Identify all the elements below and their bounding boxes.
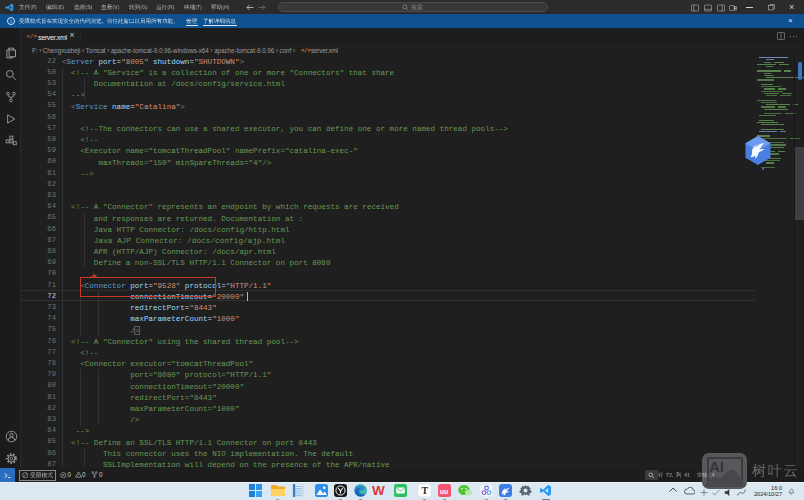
svg-text:connectionTimeout="20000": connectionTimeout="20000" bbox=[130, 382, 244, 390]
svg-text:"1000": "1000" bbox=[212, 315, 239, 323]
svg-text:Server: Server bbox=[66, 57, 93, 65]
svg-text:W: W bbox=[372, 484, 385, 497]
svg-text:<!-- A "Connector" using the s: <!-- A "Connector" using the shared thre… bbox=[71, 337, 299, 345]
svg-text:Define a non-SSL/TLS HTTP/1.1: Define a non-SSL/TLS HTTP/1.1 Connector … bbox=[93, 259, 330, 267]
svg-text:<Connector executor="tomcatThr: <Connector executor="tomcatThreadPool" bbox=[80, 360, 253, 368]
svg-text:"8005": "8005" bbox=[121, 57, 148, 65]
svg-text:<!-- A "Connector" represents: <!-- A "Connector" represents an endpoin… bbox=[71, 203, 399, 211]
svg-text:-->: --> bbox=[75, 427, 89, 435]
svg-text:<Executor name="tomcatThreadPo: <Executor name="tomcatThreadPool" namePr… bbox=[80, 147, 358, 155]
svg-text:port="8080" protocol="HTTP/1.1: port="8080" protocol="HTTP/1.1" bbox=[130, 371, 271, 379]
svg-text:<!--The connectors can use a s: <!--The connectors can use a shared exec… bbox=[80, 124, 508, 132]
svg-text:uu: uu bbox=[440, 488, 449, 495]
svg-text:shutdown: shutdown bbox=[153, 57, 189, 65]
svg-text:name: name bbox=[112, 102, 131, 110]
svg-text:/>: /> bbox=[130, 416, 140, 424]
svg-text:Documentation at /docs/config/: Documentation at /docs/config/service.ht… bbox=[93, 80, 285, 88]
svg-text:>: > bbox=[239, 57, 244, 65]
svg-text:<!-- A "Service" is a collecti: <!-- A "Service" is a collection of one … bbox=[71, 68, 394, 76]
svg-text:"HTTP/1.1": "HTTP/1.1" bbox=[225, 281, 270, 289]
svg-text:SSLImplementation will depend: SSLImplementation will depend on the pre… bbox=[102, 460, 389, 468]
svg-text:port: port bbox=[98, 57, 116, 65]
svg-text:maxParameterCount: maxParameterCount bbox=[130, 315, 207, 323]
svg-text:<!-- Define an SSL/TLS HTTP/1.: <!-- Define an SSL/TLS HTTP/1.1 Connecto… bbox=[71, 438, 317, 446]
svg-text:This connector uses the NIO im: This connector uses the NIO implementati… bbox=[102, 449, 352, 457]
svg-text:<!--: <!-- bbox=[80, 348, 98, 356]
svg-text:"SHUTDOWN": "SHUTDOWN" bbox=[193, 57, 239, 65]
svg-text:>: > bbox=[180, 102, 185, 110]
svg-text:maxParameterCount="1000": maxParameterCount="1000" bbox=[130, 404, 239, 412]
svg-text:Java HTTP Connector: /docs/con: Java HTTP Connector: /docs/config/http.h… bbox=[93, 225, 289, 233]
svg-text:"Catalina": "Catalina" bbox=[134, 102, 180, 110]
svg-text:redirectPort="8443": redirectPort="8443" bbox=[130, 393, 216, 401]
svg-text:<!--: <!-- bbox=[80, 136, 98, 144]
svg-text:-->: --> bbox=[80, 169, 94, 177]
svg-text:-->: --> bbox=[71, 91, 85, 99]
svg-text:Java AJP Connector: /docs/con: Java AJP Connector: /docs/config/ajp.htm… bbox=[93, 236, 285, 244]
svg-text:APR (HTTP/AJP) Connector: /doc: APR (HTTP/AJP) Connector: /docs/apr.html bbox=[93, 248, 275, 256]
svg-text:redirectPort: redirectPort bbox=[130, 304, 185, 312]
svg-text:"8443": "8443" bbox=[189, 304, 216, 312]
svg-text:T: T bbox=[422, 485, 429, 496]
svg-text:maxThreads="150" minSpareThrea: maxThreads="150" minSpareThreads="4"/> bbox=[98, 158, 271, 166]
svg-text:Service: Service bbox=[75, 102, 107, 110]
svg-text:and responses are returned. Do: and responses are returned. Documentatio… bbox=[93, 214, 302, 222]
